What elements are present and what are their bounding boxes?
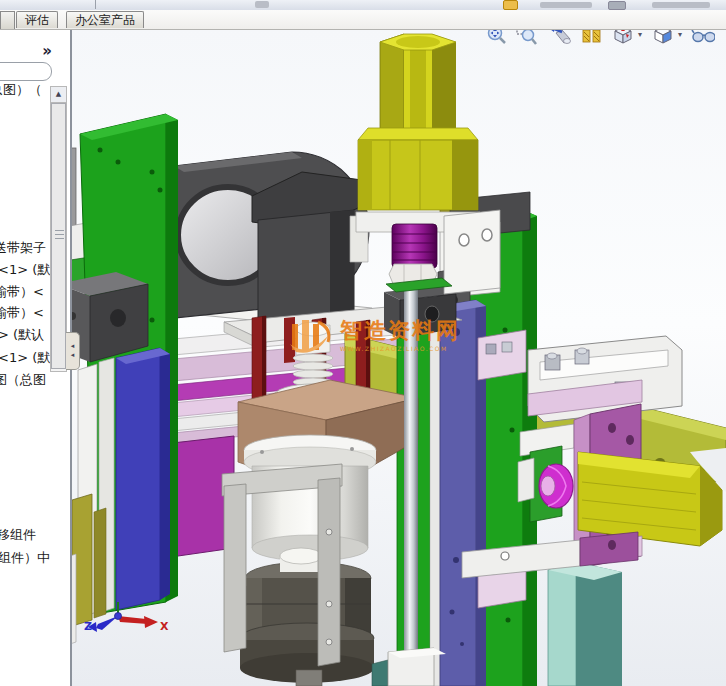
white-puck[interactable] (280, 548, 322, 572)
tree-filter-input[interactable] (0, 62, 52, 81)
lead-screw-rod[interactable] (404, 268, 418, 652)
scrollbar-up-arrow-icon[interactable]: ▲ (51, 87, 66, 103)
gray-bearing-block[interactable] (70, 272, 148, 362)
horizontal-yellow-motor[interactable] (578, 448, 726, 546)
tree-scrollbar[interactable]: ▲ (50, 86, 67, 372)
purple-coupling[interactable] (392, 224, 437, 268)
grid-icon[interactable] (608, 1, 626, 10)
tree-item[interactable]: 输带）< (0, 284, 44, 300)
white-cylinder[interactable] (244, 435, 376, 561)
command-manager-tab-row: 评估 办公室产品 (0, 10, 726, 30)
tree-item[interactable]: 送带架子 (0, 240, 46, 256)
toolbar-label-fragment (652, 2, 710, 8)
tab-clipped[interactable] (0, 11, 15, 29)
tree-item[interactable]: 图（总图 (0, 372, 46, 388)
tree-item[interactable]: <1> (默 (0, 350, 50, 366)
toolbar-icon-fragment[interactable] (255, 1, 269, 8)
tree-item[interactable]: > (默认 (0, 327, 44, 343)
tree-item[interactable]: 总图）（ (0, 82, 42, 98)
feature-manager-panel: » 总图）（ 送带架子 <1> (默 输带）< 输带）< > (默认 <1> (… (0, 29, 72, 686)
tree-item[interactable]: 输带）< (0, 305, 44, 321)
blue-plate[interactable] (116, 348, 170, 610)
thumb-grip (55, 238, 64, 239)
thumb-grip (55, 230, 64, 231)
panel-splitter-handle[interactable]: ◂◂ (66, 332, 80, 370)
teal-bar[interactable] (548, 562, 622, 686)
left-column-assembly[interactable] (70, 114, 178, 648)
magenta-gear[interactable] (539, 464, 573, 508)
folder-icon[interactable] (503, 0, 518, 10)
toolbar-label-fragment (540, 2, 592, 8)
triad-x-label: X (160, 620, 168, 633)
thumb-grip (55, 234, 64, 235)
triad-z-label: Z (84, 620, 92, 633)
scrollbar-thumb[interactable] (51, 103, 66, 369)
graphics-viewport[interactable] (70, 29, 726, 686)
toolbar-separator (95, 0, 96, 9)
tab-office-products[interactable]: 办公室产品 (66, 11, 144, 28)
tree-item[interactable]: 组件）中 (0, 550, 50, 566)
tree-item[interactable]: 横移组件 (0, 527, 36, 543)
green-support-column[interactable] (397, 316, 440, 686)
tab-evaluate[interactable]: 评估 (16, 11, 58, 28)
tree-item[interactable]: <1> (默 (0, 262, 50, 278)
panel-expand-button[interactable]: » (34, 43, 60, 61)
